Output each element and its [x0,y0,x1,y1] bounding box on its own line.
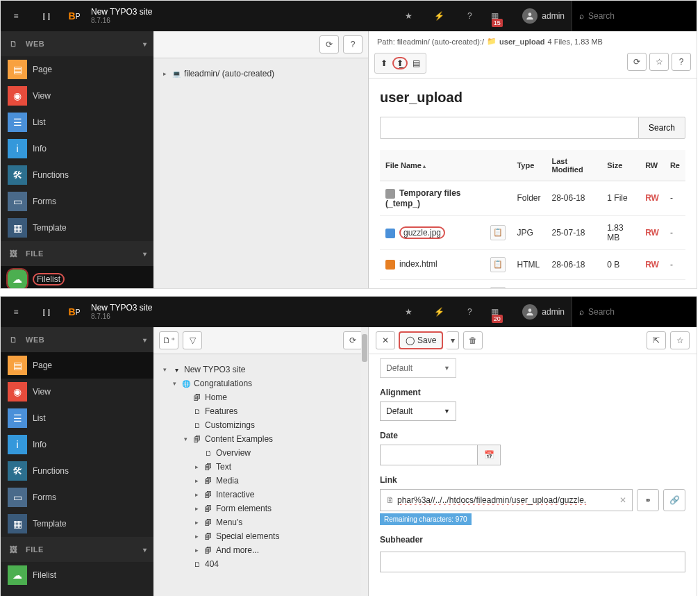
delete-button[interactable]: 🗑 [463,331,483,349]
tree-node[interactable]: 🗋 Overview [160,446,361,460]
sidebar-item-filelist[interactable]: ☁Filelist [1,562,153,588]
col-size[interactable]: Size [601,150,640,181]
tree-node[interactable]: ▸ 🗐 Menu's [160,515,361,529]
sidebar-item-template[interactable]: ▦Template [1,511,153,537]
application-info-icon[interactable]: ▦15 [485,1,515,31]
modules-icon[interactable]: ⫿⫿ [31,297,62,327]
col-ref[interactable]: Re [665,150,685,181]
save-dropdown-button[interactable]: ▾ [447,331,459,349]
alignment-select[interactable]: Default▼ [380,402,456,421]
sidebar-item-forms[interactable]: ▭Forms [1,188,153,215]
sidebar-item-list[interactable]: ☰List [1,405,153,431]
list-icon: ☰ [8,113,27,132]
sidebar-item-filelist[interactable]: ☁Filelist [1,266,153,289]
close-button[interactable]: ✕ [376,331,395,349]
sidebar-item-view[interactable]: ◉View [1,379,153,405]
bookmark-icon[interactable]: ★ [393,1,424,31]
tree-node[interactable]: ▸ 🗐 Text [160,460,361,474]
clipboard-button[interactable]: 📋 [490,225,506,240]
sidebar-item-functions[interactable]: 🛠Functions [1,162,153,188]
date-input[interactable] [380,445,477,465]
link-browser-button[interactable]: 🔗 [663,489,685,511]
tree-node[interactable]: ▾ 🌐 Congratulations [160,376,361,390]
svg-point-0 [528,13,532,16]
tree-node[interactable]: 🗋 Customizings [160,418,361,432]
new-page-button[interactable]: 🗋⁺ [159,331,178,349]
search-input[interactable] [588,11,672,21]
filter-button[interactable]: ▽ [183,331,202,349]
bookmark-button[interactable]: ☆ [649,53,669,71]
col-modified[interactable]: Last Modified [546,150,601,181]
refresh-button[interactable]: ⟳ [343,331,362,349]
tree-node[interactable]: 🗋 Features [160,404,361,418]
sidebar-item-functions[interactable]: 🛠Functions [1,458,153,484]
help-button[interactable]: ? [672,53,691,71]
tree-node[interactable]: ▸ 🗐 Media [160,474,361,488]
hamburger-icon[interactable]: ≡ [1,1,31,31]
subheader-input[interactable] [380,552,685,572]
scrollbar[interactable] [361,327,368,596]
cache-icon[interactable]: ⚡ [424,297,454,327]
search-input[interactable] [588,307,672,317]
tree-node[interactable]: ▸ 🗐 Interactive [160,488,361,502]
tree-node[interactable]: ▸ 🗐 Form elements [160,502,361,515]
sidebar-item-info[interactable]: iInfo [1,135,153,162]
application-info-icon[interactable]: ▦20 [485,297,515,327]
file-search-button[interactable]: Search [638,117,685,139]
clipboard-button[interactable]: 📋 [490,257,506,272]
tree-node[interactable]: 🗋 404 [160,557,361,571]
tree-node[interactable]: ▸ 🗐 And more... [160,543,361,557]
col-filename[interactable]: File Name [380,150,485,181]
table-row[interactable]: index.html 📋 HTML 28-06-18 0 B RW - [380,249,685,279]
sidebar-item-info[interactable]: iInfo [1,431,153,458]
sidebar-group-web[interactable]: 🗋 WEB▾ [1,327,153,352]
table-row[interactable]: guzzle.jpg 📋 JPG 25-07-18 1.83 MB RW - [380,215,685,249]
tree-node[interactable]: ▾ ▾ New TYPO3 site [160,363,361,376]
tree-toolbar: ⟳ ? [153,31,368,58]
new-button[interactable]: ▤ [410,58,423,68]
clear-link-button[interactable]: ✕ [617,495,629,505]
sidebar-item-forms[interactable]: ▭Forms [1,484,153,511]
hamburger-icon[interactable]: ≡ [1,297,31,327]
search-box[interactable]: ⌕ [572,1,697,31]
sidebar-item-page[interactable]: ▤Page [1,352,153,379]
table-row[interactable]: typo3.jpg 📋 JPG 28-06-18 352 B RW - [380,279,685,289]
link-wizard-button[interactable]: ⚭ [637,489,659,511]
sidebar-item-view[interactable]: ◉View [1,83,153,109]
col-type[interactable]: Type [511,150,546,181]
upload-button[interactable]: ⬆̲ [393,58,407,69]
file-search-input[interactable] [380,117,638,139]
refresh-button[interactable]: ⟳ [627,53,647,71]
refresh-button[interactable]: ⟳ [319,35,339,53]
sidebar-group-web[interactable]: 🗋 WEB▾ [1,31,153,56]
help-button[interactable]: ? [343,35,362,53]
tree-node[interactable]: ▾ 🗐 Content Examples [160,432,361,446]
link-input[interactable] [397,495,617,505]
level-up-button[interactable]: ⬆ [378,58,390,68]
search-box[interactable]: ⌕ [572,297,697,327]
user-menu[interactable]: admin [515,8,572,24]
sidebar-item-page[interactable]: ▤Page [1,56,153,83]
sidebar-group-file[interactable]: 🖼 FILE▾ [1,241,153,266]
bookmark-icon[interactable]: ★ [393,297,424,327]
cache-icon[interactable]: ⚡ [424,1,454,31]
save-button[interactable]: ◯Save [399,332,442,349]
user-menu[interactable]: admin [515,304,572,320]
modules-icon[interactable]: ⫿⫿ [31,1,62,31]
chevron-down-icon: ▼ [444,408,450,415]
sidebar-item-template[interactable]: ▦Template [1,215,153,241]
calendar-button[interactable]: 📅 [477,445,501,465]
clipboard-button[interactable]: 📋 [490,287,506,289]
help-icon[interactable]: ? [454,297,485,327]
col-rw[interactable]: RW [640,150,665,181]
help-icon[interactable]: ? [454,1,485,31]
tree-root[interactable]: ▸ 💻 fileadmin/ (auto-created) [160,67,361,81]
bookmark-button[interactable]: ☆ [670,331,690,349]
open-button[interactable]: ⇱ [647,331,666,349]
tree-node[interactable]: 🗐 Home [160,390,361,404]
type-select[interactable]: Default▼ [380,358,456,378]
sidebar-group-file[interactable]: 🖼 FILE▾ [1,537,153,562]
sidebar-item-list[interactable]: ☰List [1,109,153,135]
table-row[interactable]: Temporary files (_temp_) Folder 28-06-18… [380,181,685,216]
tree-node[interactable]: ▸ 🗐 Special elements [160,529,361,543]
